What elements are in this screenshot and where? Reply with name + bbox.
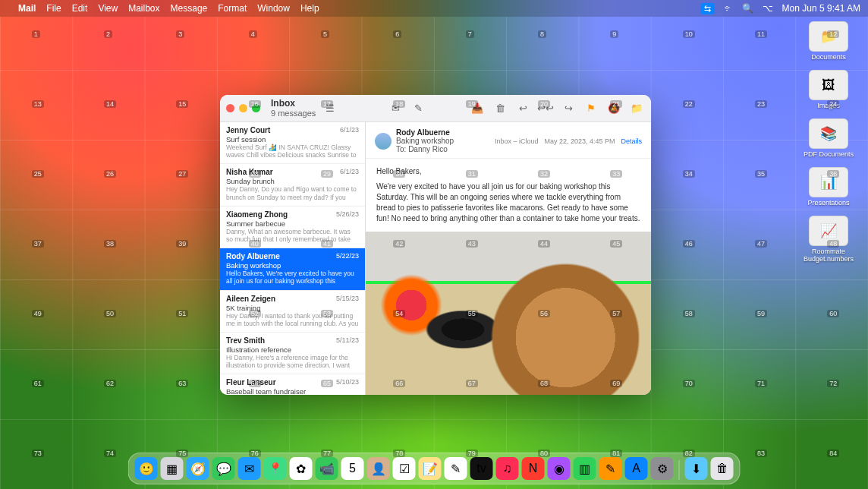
msg-subject: Summer barbecue <box>226 219 359 228</box>
reply-all-icon[interactable]: ↩︎↩︎ <box>537 100 554 117</box>
zoom-button[interactable] <box>252 104 260 112</box>
msg-subject: Baking workshop <box>226 261 359 270</box>
message-row[interactable]: Rody Albuerne5/22/23Baking workshopHello… <box>220 248 365 290</box>
dock-safari[interactable]: 🧭 <box>187 457 209 480</box>
message-row[interactable]: Aileen Zeigen5/15/235K trainingHey Danny… <box>220 291 365 333</box>
menu-window[interactable]: Window <box>257 3 290 14</box>
msg-subject: Illustration reference <box>226 345 359 354</box>
reader-greeting: Hello Bakers, <box>376 166 640 177</box>
dock-mail[interactable]: ✉︎ <box>238 457 261 480</box>
dock-pages[interactable]: ✎ <box>599 457 622 480</box>
menu-edit[interactable]: Edit <box>72 3 88 14</box>
dock-contacts[interactable]: 👤 <box>367 457 390 480</box>
dock-numbers[interactable]: ▥ <box>574 457 596 480</box>
msg-subject: Surf session <box>226 135 359 144</box>
reply-icon[interactable]: ↩︎ <box>514 100 531 117</box>
menubar-app[interactable]: Mail <box>18 3 36 14</box>
dock-settings[interactable]: ⚙︎ <box>651 457 674 480</box>
menu-message[interactable]: Message <box>171 3 208 14</box>
reader-inline-image <box>366 232 651 395</box>
dock-calendar[interactable]: 5 <box>341 457 364 480</box>
dock-photos[interactable]: ✿ <box>290 457 313 480</box>
dock-messages[interactable]: 💬 <box>212 457 235 480</box>
dock-reminders[interactable]: ☑︎ <box>393 457 416 480</box>
message-row[interactable]: Jenny Court6/1/23Surf sessionWeekend Sur… <box>220 122 365 164</box>
dock-news[interactable]: N <box>522 457 545 480</box>
message-row[interactable]: Fleur Lasseur5/10/23Baseball team fundra… <box>220 374 365 395</box>
spotlight-icon[interactable]: 🔍 <box>742 3 753 14</box>
menu-format[interactable]: Format <box>218 3 247 14</box>
avatar <box>375 133 392 150</box>
reader-from: Rody Albuerne <box>396 128 454 137</box>
details-link[interactable]: Details <box>621 137 642 145</box>
message-row[interactable]: Nisha Kumar6/1/23Sunday brunchHey Danny,… <box>220 164 365 206</box>
flag-icon[interactable]: ⚑ <box>583 100 599 117</box>
icon-label: Documents <box>811 53 846 61</box>
msg-preview: Hey Danny, Do you and Rigo want to come … <box>226 185 359 200</box>
envelope-icon[interactable]: ✉︎ <box>387 100 404 117</box>
icon-label: Roommate Budget.numbers <box>798 248 859 263</box>
dock-downloads[interactable]: ⬇︎ <box>685 457 708 480</box>
mailbox-title: Inbox 9 messages <box>271 99 316 118</box>
documents-folder[interactable]: 📁Documents <box>798 21 859 61</box>
minimize-button[interactable] <box>239 104 247 112</box>
menu-mailbox[interactable]: Mailbox <box>128 3 159 14</box>
folder-icon: 📈 <box>809 216 848 246</box>
menubar: Mail FileEditViewMailboxMessageFormatWin… <box>0 0 868 17</box>
dock-podcasts[interactable]: ◉ <box>548 457 571 480</box>
msg-preview: Weekend Surf 🏄 IN SANTA CRUZ! Glassy wav… <box>226 144 359 159</box>
mail-window: Inbox 9 messages ☰ ✉︎ ✎ 📥 🗑 ↩︎ ↩︎↩︎ ↪︎ ⚑… <box>220 95 651 395</box>
msg-from: Fleur Lasseur <box>226 378 276 386</box>
dock-music[interactable]: ♫ <box>496 457 519 480</box>
icon-label: Images <box>817 102 840 109</box>
inbox-heading: Inbox <box>271 99 316 109</box>
dock-freeform[interactable]: ✎ <box>445 457 467 480</box>
menu-help[interactable]: Help <box>300 3 319 14</box>
dock-notes[interactable]: 📝 <box>419 457 442 480</box>
menubar-clock[interactable]: Mon Jun 5 9:41 AM <box>782 3 860 14</box>
folder-icon: 📚 <box>809 118 848 149</box>
menu-file[interactable]: File <box>46 3 61 14</box>
message-row[interactable]: Xiaomeng Zhong5/26/23Summer barbecueDann… <box>220 207 365 248</box>
dock-tv[interactable]: tv <box>470 457 493 480</box>
dock: 🙂▦🧭💬✉︎📍✿📹5👤☑︎📝✎tv♫N◉▥✎A⚙︎⬇︎🗑 <box>128 453 741 484</box>
icon-label: PDF Documents <box>804 150 854 158</box>
reader-to: Danny Rico <box>408 145 448 153</box>
presentations-folder[interactable]: 📊Presentations <box>798 167 859 207</box>
reader-body-text: We're very excited to have you all join … <box>376 181 640 224</box>
roommate-budget-file[interactable]: 📈Roommate Budget.numbers <box>798 216 859 263</box>
folder-icon: 📊 <box>809 167 848 197</box>
msg-preview: Danny, What an awesome barbecue. It was … <box>226 228 359 243</box>
dock-trash[interactable]: 🗑 <box>711 457 734 480</box>
reader-timestamp: May 22, 2023, 4:45 PM <box>544 137 615 145</box>
wifi-icon[interactable]: ᯤ <box>724 3 733 14</box>
pdf-documents-folder[interactable]: 📚PDF Documents <box>798 118 859 158</box>
msg-from: Nisha Kumar <box>226 168 273 176</box>
dock-facetime[interactable]: 📹 <box>316 457 338 480</box>
msg-date: 5/15/23 <box>336 295 359 303</box>
msg-date: 5/26/23 <box>336 210 359 219</box>
control-center-icon[interactable]: ⌥ <box>763 3 773 14</box>
msg-from: Aileen Zeigen <box>226 295 275 303</box>
icon-label: Presentations <box>807 199 849 207</box>
dock-maps[interactable]: 📍 <box>264 457 287 480</box>
to-label: To: <box>396 145 406 153</box>
msg-subject: 5K training <box>226 304 359 312</box>
message-list[interactable]: Jenny Court6/1/23Surf sessionWeekend Sur… <box>220 122 366 395</box>
forward-icon[interactable]: ↪︎ <box>560 100 577 117</box>
filter-icon[interactable]: ☰ <box>322 100 338 117</box>
trash-icon[interactable]: 🗑 <box>492 100 508 117</box>
window-controls <box>226 104 260 112</box>
close-button[interactable] <box>226 104 234 112</box>
message-row[interactable]: Trev Smith5/11/23Illustration referenceH… <box>220 333 365 374</box>
move-icon[interactable]: 📁 <box>628 100 645 117</box>
images-folder[interactable]: 🖼Images <box>798 70 859 109</box>
dock-appstore[interactable]: A <box>625 457 648 480</box>
compose-icon[interactable]: ✎ <box>410 100 426 117</box>
screen-mirroring-icon[interactable]: ⇆ <box>700 3 715 14</box>
mute-icon[interactable]: 🔕 <box>605 100 622 117</box>
archive-icon[interactable]: 📥 <box>469 100 486 117</box>
dock-launchpad[interactable]: ▦ <box>161 457 184 480</box>
menu-view[interactable]: View <box>98 3 118 14</box>
dock-finder[interactable]: 🙂 <box>135 457 158 480</box>
